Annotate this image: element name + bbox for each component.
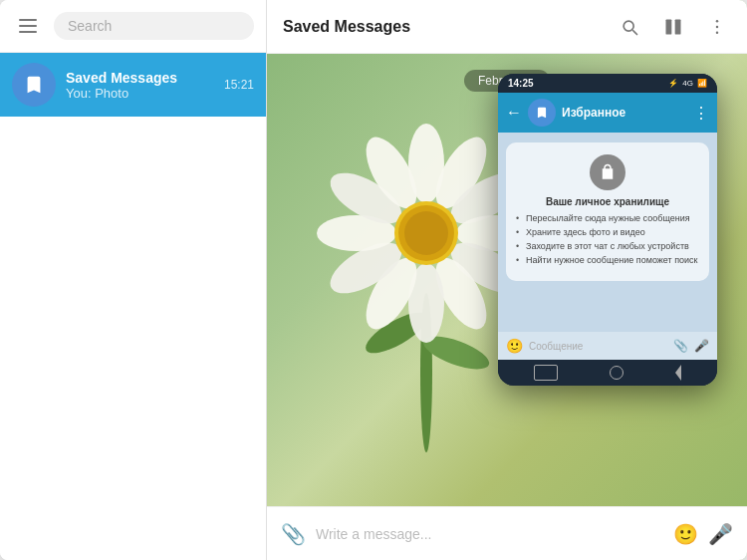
- phone-input-placeholder[interactable]: Сообщение: [529, 341, 667, 352]
- mic-button[interactable]: 🎤: [708, 522, 733, 546]
- chat-item-saved-messages[interactable]: Saved Messages You: Photo 15:21: [0, 53, 266, 117]
- svg-rect-1: [675, 19, 681, 34]
- chat-info: Saved Messages You: Photo: [66, 70, 214, 101]
- list-item: Заходите в этот чат с любых устройств: [516, 241, 699, 251]
- columns-button[interactable]: [659, 13, 687, 41]
- emoji-button[interactable]: 🙂: [673, 522, 698, 546]
- chat-preview: You: Photo: [66, 86, 214, 101]
- hamburger-button[interactable]: [12, 10, 44, 42]
- phone-back-nav-button[interactable]: [675, 365, 681, 381]
- phone-input-bar: 🙂 Сообщение 📎 🎤: [498, 332, 717, 360]
- header-icons: [616, 13, 731, 41]
- main-chat: Saved Messages: [267, 0, 747, 560]
- svg-point-4: [716, 31, 719, 34]
- svg-point-22: [404, 211, 448, 255]
- phone-welcome-card: Ваше личное хранилище Пересылайте сюда н…: [506, 142, 709, 281]
- sidebar: Saved Messages You: Photo 15:21: [0, 0, 267, 560]
- more-button[interactable]: [703, 13, 731, 41]
- phone-welcome-icon: [590, 154, 625, 190]
- chat-name: Saved Messages: [66, 70, 214, 86]
- phone-mockup: 14:25 ⚡ 4G 📶 ← Избранное ⋮: [498, 74, 717, 386]
- phone-attach-icon: 📎: [673, 339, 688, 353]
- chat-background: February 3 14:25 ⚡ 4G 📶 ←: [267, 54, 747, 506]
- more-icon: [707, 17, 727, 37]
- avatar: [12, 63, 56, 107]
- phone-chat-header: ← Избранное ⋮: [498, 93, 717, 133]
- chat-title: Saved Messages: [283, 18, 616, 36]
- phone-nav-bar: [498, 360, 717, 386]
- phone-avatar: [528, 99, 556, 127]
- phone-back-button[interactable]: ←: [506, 104, 522, 122]
- message-input-bar: 📎 🙂 🎤: [267, 506, 747, 560]
- phone-emoji-icon: 🙂: [506, 338, 523, 354]
- phone-status-icons: ⚡ 4G 📶: [668, 79, 707, 88]
- phone-square-button[interactable]: [534, 365, 558, 381]
- chat-list: Saved Messages You: Photo 15:21: [0, 53, 266, 560]
- phone-welcome-list: Пересылайте сюда нужные сообщения Хранит…: [516, 213, 699, 265]
- svg-rect-0: [666, 19, 672, 34]
- attach-button[interactable]: 📎: [281, 522, 306, 546]
- phone-lock-icon: [599, 163, 617, 181]
- phone-status-bar: 14:25 ⚡ 4G 📶: [498, 74, 717, 93]
- message-input[interactable]: [316, 526, 663, 542]
- sidebar-header: [0, 0, 266, 53]
- phone-chat-title: Избранное: [562, 106, 687, 120]
- phone-mic-icon: 🎤: [694, 339, 709, 353]
- list-item: Пересылайте сюда нужные сообщения: [516, 213, 699, 223]
- chat-header: Saved Messages: [267, 0, 747, 54]
- phone-home-button[interactable]: [610, 366, 623, 380]
- phone-time: 14:25: [508, 78, 534, 89]
- phone-welcome-title: Ваше личное хранилище: [516, 196, 699, 207]
- columns-icon: [663, 17, 683, 37]
- search-input-wrap: [54, 12, 254, 40]
- svg-point-2: [716, 19, 719, 22]
- chat-time: 15:21: [224, 78, 254, 92]
- search-icon: [620, 17, 639, 37]
- svg-point-3: [716, 25, 719, 28]
- list-item: Найти нужное сообщение поможет поиск: [516, 255, 699, 265]
- phone-more-button[interactable]: ⋮: [693, 104, 709, 123]
- search-input[interactable]: [68, 18, 240, 34]
- phone-body: Ваше личное хранилище Пересылайте сюда н…: [498, 133, 717, 332]
- search-button[interactable]: [616, 13, 643, 41]
- phone-bookmark-icon: [535, 106, 549, 120]
- bookmark-icon: [23, 74, 45, 96]
- list-item: Храните здесь фото и видео: [516, 227, 699, 237]
